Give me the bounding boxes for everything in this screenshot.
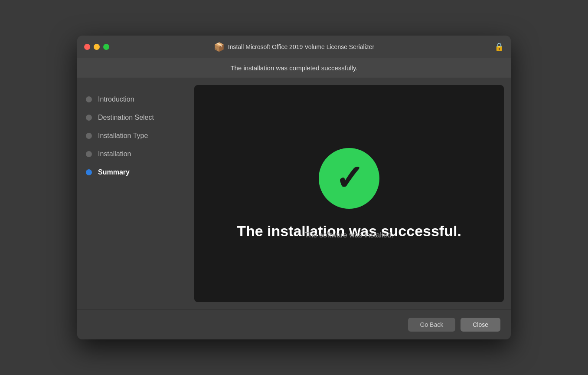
sidebar-label-installation-type: Installation Type: [98, 132, 148, 140]
minimize-traffic-light[interactable]: [94, 44, 100, 50]
sidebar-label-destination-select: Destination Select: [98, 114, 154, 122]
sidebar-item-destination-select: Destination Select: [77, 109, 194, 126]
sidebar-item-installation-type: Installation Type: [77, 128, 194, 144]
sidebar-dot-introduction: [86, 96, 92, 102]
close-button[interactable]: Close: [461, 318, 500, 332]
main-content: Introduction Destination Select Installa…: [77, 78, 511, 309]
sidebar-item-summary: Summary: [77, 164, 194, 181]
sidebar-label-summary: Summary: [98, 168, 130, 176]
titlebar-content: 📦 Install Microsoft Office 2019 Volume L…: [214, 42, 374, 52]
maximize-traffic-light[interactable]: [103, 44, 109, 50]
sidebar-label-introduction: Introduction: [98, 95, 134, 103]
sidebar-item-installation: Installation: [77, 146, 194, 162]
sidebar-dot-summary: [86, 169, 92, 175]
success-icon-circle: ✓: [319, 148, 379, 209]
close-traffic-light[interactable]: [84, 44, 90, 50]
footer: Go Back Close: [77, 309, 511, 339]
content-area: ✓ The installation was successful. The s…: [194, 85, 504, 302]
lock-icon: 🔒: [494, 42, 504, 52]
sidebar-dot-destination-select: [86, 115, 92, 121]
checkmark-icon: ✓: [335, 161, 364, 196]
traffic-lights: [84, 44, 109, 50]
success-banner: The installation was completed successfu…: [77, 58, 511, 78]
success-text-block: The installation was successful. The sof…: [237, 223, 461, 240]
titlebar: 📦 Install Microsoft Office 2019 Volume L…: [77, 36, 511, 58]
sidebar-dot-installation-type: [86, 133, 92, 139]
banner-text: The installation was completed successfu…: [86, 64, 502, 72]
sidebar-label-installation: Installation: [98, 150, 131, 158]
titlebar-title: Install Microsoft Office 2019 Volume Lic…: [228, 43, 374, 50]
installer-window: 📦 Install Microsoft Office 2019 Volume L…: [77, 36, 511, 339]
sidebar-dot-installation: [86, 151, 92, 157]
sidebar: Introduction Destination Select Installa…: [77, 78, 194, 309]
sidebar-item-introduction: Introduction: [77, 91, 194, 108]
titlebar-icon: 📦: [214, 42, 225, 52]
go-back-button[interactable]: Go Back: [408, 318, 456, 332]
